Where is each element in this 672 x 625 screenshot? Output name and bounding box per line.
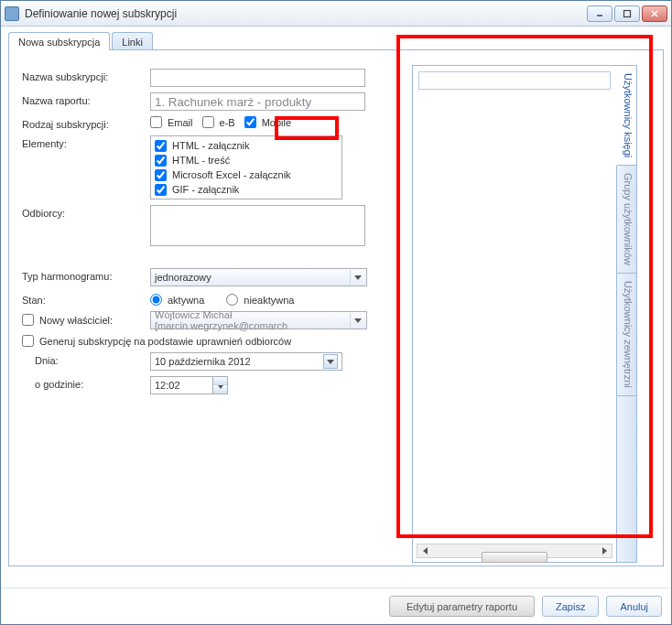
footer: Edytuj parametry raportu Zapisz Anuluj [1,587,671,624]
time-value: 12:02 [151,380,212,391]
edit-report-params-button[interactable]: Edytuj parametry raportu [389,596,535,617]
date-picker[interactable]: 10 października 2012 [150,352,342,371]
state-active[interactable]: aktywna [150,294,204,306]
calendar-dropdown-icon[interactable] [323,354,338,369]
elements-listbox[interactable]: HTML - załącznik HTML - treść Microsoft … [150,135,342,199]
tab-links[interactable]: Linki [112,32,153,50]
newowner-check[interactable]: Nowy właściciel: [22,314,150,326]
close-button[interactable] [642,5,667,22]
element-item[interactable]: HTML - załącznik [155,138,338,153]
app-icon [5,6,19,21]
state-inactive[interactable]: nieaktywna [226,294,294,306]
cancel-button[interactable]: Anuluj [606,596,662,617]
type-eb-label: e-B [220,117,235,128]
schedule-label: Typ harmonogramu: [22,268,150,282]
name-input[interactable] [150,69,365,87]
element-item[interactable]: GIF - załącznik [155,182,338,197]
type-email[interactable]: Email [150,116,193,128]
recipients-input[interactable] [150,205,365,246]
type-email-checkbox[interactable] [150,116,162,128]
minimize-button[interactable] [587,5,612,22]
highlight-mobile [275,116,339,140]
svg-rect-1 [624,10,631,16]
type-eb[interactable]: e-B [202,116,235,128]
titlebar: Definiowanie nowej subskrypcji [1,1,671,27]
date-value: 10 października 2012 [155,356,251,367]
schedule-value: jednorazowy [155,272,211,283]
state-label: Stan: [22,292,150,306]
elements-label: Elementy: [22,135,150,149]
window: Definiowanie nowej subskrypcji Nowa subs… [0,0,672,625]
client-area: Nowa subskrypcja Linki Nazwa subskrypcji… [1,27,671,587]
schedule-combo[interactable]: jednorazowy [150,268,367,286]
type-eb-checkbox[interactable] [202,116,214,128]
save-button[interactable]: Zapisz [542,596,599,617]
horizontal-scrollbar[interactable] [417,544,612,558]
element-item[interactable]: HTML - treść [155,153,338,167]
name-label: Nazwa subskrypcji: [22,69,150,82]
report-input [150,92,365,111]
date-label: Dnia: [22,352,150,366]
type-email-label: Email [168,117,193,128]
element-item[interactable]: Microsoft Excel - załącznik [155,167,338,182]
tab-new-subscription[interactable]: Nowa subskrypcja [8,32,110,50]
chevron-down-icon [350,270,364,285]
scroll-right-icon[interactable] [597,544,612,557]
spin-down[interactable] [213,385,227,393]
type-label: Rodzaj subskrypcji: [22,116,150,130]
type-mobile-checkbox[interactable] [244,116,256,128]
recipients-label: Odbiorcy: [22,205,150,219]
newowner-value: Wójtowicz Michał [marcin.wegrzynek@comar… [155,309,363,331]
genperm-check[interactable]: Generuj subskrypcję na podstawie uprawni… [22,335,291,347]
scroll-thumb[interactable] [482,552,547,563]
newowner-combo[interactable]: Wójtowicz Michał [marcin.wegrzynek@comar… [150,311,367,329]
maximize-button[interactable] [614,5,640,22]
scroll-left-icon[interactable] [417,544,432,557]
spin-up[interactable] [213,377,227,385]
window-title: Definiowanie nowej subskrypcji [25,7,587,20]
highlight-right-panel [396,35,653,538]
time-label: o godzinie: [22,376,150,390]
report-label: Nazwa raportu: [22,92,150,106]
chevron-down-icon [350,313,364,328]
time-spinner[interactable]: 12:02 [150,376,228,394]
